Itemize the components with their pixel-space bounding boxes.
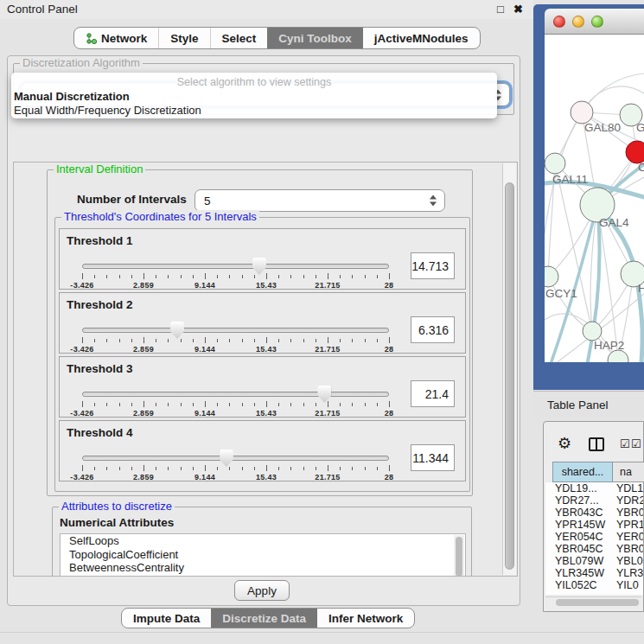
cyni-mode-tabbar: Impute DataDiscretize DataInfer Network: [121, 608, 415, 628]
cell-shared-name[interactable]: YLR345W: [545, 567, 616, 579]
threshold-slider-track[interactable]: [82, 328, 389, 333]
tick-label: 28: [385, 473, 394, 481]
threshold-value-field[interactable]: 14.713: [411, 252, 455, 279]
table-horizontal-scrollbar[interactable]: [545, 596, 641, 607]
table-panel-title: Table Panel: [547, 399, 609, 411]
cell-name[interactable]: YBL0: [616, 555, 643, 567]
minor-tick: [278, 275, 279, 278]
table-row[interactable]: YPR145WYPR1: [545, 519, 643, 531]
tab-jactivemnodules[interactable]: jActiveMNodules: [363, 28, 480, 48]
table-row[interactable]: YLR345WYLR3: [545, 567, 643, 579]
minor-tick: [377, 339, 378, 342]
threshold-value-field[interactable]: 21.4: [411, 380, 455, 407]
network-node-gal11[interactable]: [545, 153, 565, 174]
popup-item-manual-discretization[interactable]: Manual Discretization: [14, 90, 494, 103]
major-tick: [205, 337, 206, 343]
threshold-value-field[interactable]: 11.344: [411, 444, 455, 471]
threshold-slider-track[interactable]: [82, 264, 389, 269]
cell-shared-name[interactable]: YDR27...: [545, 494, 616, 507]
mac-zoom-icon[interactable]: [591, 16, 603, 28]
cell-shared-name[interactable]: YDL19...: [545, 482, 616, 494]
network-node-hap2[interactable]: [583, 322, 602, 341]
close-icon[interactable]: ✖: [513, 3, 523, 16]
minor-tick: [229, 339, 230, 342]
attribute-item[interactable]: BetweennessCentrality: [61, 561, 465, 575]
checkbox-checked-icon[interactable]: ☑: [620, 438, 630, 450]
attributes-list-scrollbar[interactable]: [454, 535, 464, 577]
minor-tick: [131, 275, 132, 278]
major-tick: [143, 273, 144, 279]
cell-shared-name[interactable]: YBL079W: [545, 555, 616, 567]
cell-shared-name[interactable]: YBR045C: [545, 543, 616, 555]
cell-name[interactable]: YBR0: [616, 507, 643, 519]
gear-icon[interactable]: ⚙: [558, 436, 571, 451]
column-header-name[interactable]: na: [613, 462, 644, 482]
major-tick: [143, 465, 144, 471]
cell-name[interactable]: YPR1: [616, 519, 643, 531]
columns-icon[interactable]: [589, 437, 604, 451]
table-row[interactable]: YBR043CYBR0: [545, 507, 643, 519]
table-row[interactable]: YER054CYER0: [545, 531, 643, 543]
network-canvas[interactable]: GAL80GACGAL11GAL4HGCY1HAP2: [545, 35, 644, 362]
tab-select[interactable]: Select: [210, 28, 268, 48]
cell-shared-name[interactable]: YPR145W: [545, 519, 616, 531]
threshold-slider-thumb[interactable]: [252, 258, 266, 275]
number-of-intervals-label: Number of Intervals: [77, 193, 187, 206]
number-of-intervals-combobox[interactable]: 5: [194, 189, 445, 212]
popup-item-equal-width-frequency[interactable]: Equal Width/Frequency Discretization: [14, 104, 494, 117]
cell-name[interactable]: YIL0: [616, 579, 643, 591]
checkbox-checked-icon[interactable]: ☑: [631, 438, 641, 450]
apply-button[interactable]: Apply: [234, 580, 290, 601]
settings-vertical-scrollbar[interactable]: [502, 163, 516, 575]
minor-tick: [156, 339, 156, 342]
table-row[interactable]: YBR045CYBR0: [545, 543, 643, 555]
threshold-label: Threshold 4: [67, 426, 133, 439]
minor-tick: [242, 403, 243, 406]
scrollbar-thumb[interactable]: [556, 599, 639, 606]
mac-close-icon[interactable]: [553, 16, 565, 28]
table-row[interactable]: YBL079WYBL0: [545, 555, 643, 567]
minor-tick: [168, 339, 169, 342]
tab-infer-network[interactable]: Infer Network: [317, 609, 414, 628]
control-panel-titlebar: Control Panel □ ✖: [0, 0, 533, 19]
float-window-icon[interactable]: □: [497, 3, 504, 16]
tab-style[interactable]: Style: [158, 28, 209, 48]
tick-label: 15.43: [256, 345, 277, 354]
threshold-slider-track[interactable]: [82, 456, 389, 461]
mac-minimize-icon[interactable]: [572, 16, 584, 28]
column-header-shared[interactable]: shared...: [552, 462, 613, 482]
node-label-gal4: GAL4: [599, 216, 629, 229]
cell-name[interactable]: YER0: [616, 531, 643, 543]
threshold-slider-thumb[interactable]: [170, 322, 184, 339]
minor-tick: [340, 403, 341, 406]
table-row[interactable]: YIL052CYIL0: [545, 579, 643, 591]
table-row[interactable]: YDL19...YDL1: [545, 482, 643, 494]
cell-shared-name[interactable]: YER054C: [545, 531, 616, 543]
tab-impute-data[interactable]: Impute Data: [122, 609, 211, 628]
tick-label: 2.859: [133, 409, 154, 418]
threshold-slider-thumb[interactable]: [317, 386, 331, 403]
network-window-titlebar[interactable]: [545, 9, 644, 35]
minor-tick: [316, 275, 316, 278]
tick-label: 15.43: [256, 281, 277, 290]
cell-shared-name[interactable]: YBR043C: [545, 507, 616, 519]
attribute-item[interactable]: TopologicalCoefficient: [61, 548, 465, 562]
minor-tick: [131, 339, 132, 342]
threshold-slider-thumb[interactable]: [220, 450, 233, 467]
numerical-attributes-list[interactable]: SelfLoopsTopologicalCoefficientBetweenne…: [60, 533, 466, 577]
table-row[interactable]: YDR27...YDR2: [545, 494, 643, 507]
cell-name[interactable]: YDL1: [616, 482, 643, 494]
tab-network[interactable]: Network: [74, 28, 158, 48]
tab-discretize-data[interactable]: Discretize Data: [211, 609, 317, 628]
attribute-item[interactable]: SelfLoops: [61, 534, 465, 548]
scrollbar-thumb[interactable]: [505, 182, 514, 570]
node-label-gcy1: GCY1: [545, 287, 577, 300]
cell-name[interactable]: YLR3: [616, 567, 643, 579]
cell-shared-name[interactable]: YIL052C: [545, 579, 616, 591]
network-node-gcy1[interactable]: [545, 266, 558, 287]
tab-cyni-toolbox[interactable]: Cyni Toolbox: [267, 28, 363, 48]
threshold-slider-track[interactable]: [82, 392, 389, 397]
cell-name[interactable]: YDR2: [616, 494, 643, 507]
threshold-value-field[interactable]: 6.316: [411, 316, 455, 343]
cell-name[interactable]: YBR0: [616, 543, 643, 555]
